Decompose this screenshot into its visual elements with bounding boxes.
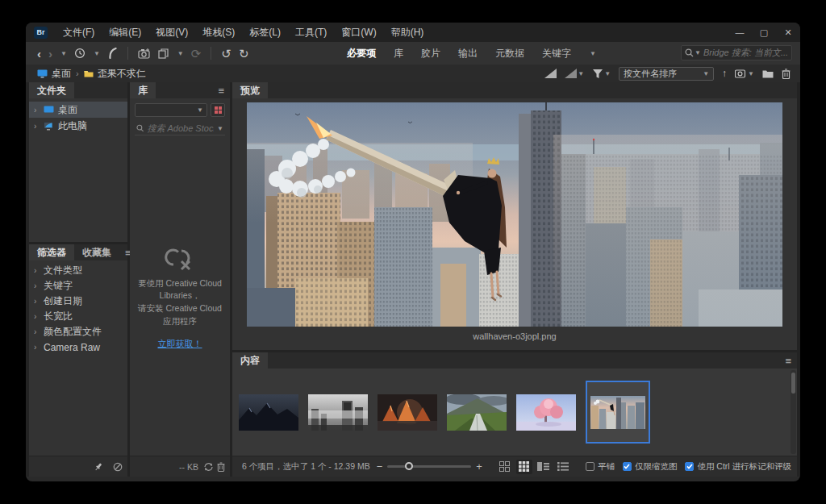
copy-icon[interactable]: [158, 48, 169, 59]
tree-item-this-pc[interactable]: › 此电脑: [29, 118, 127, 134]
back-icon[interactable]: ‹: [37, 48, 41, 60]
tab-content[interactable]: 内容: [232, 352, 268, 369]
checkbox-tile[interactable]: 平铺: [586, 461, 615, 473]
tab-preview[interactable]: 预览: [232, 82, 268, 98]
tree-item-desktop[interactable]: › 桌面: [29, 102, 127, 118]
filter-star-icon[interactable]: ▼: [592, 69, 611, 79]
menu-file[interactable]: 文件(F): [56, 23, 102, 42]
camera-import-icon[interactable]: [138, 48, 151, 59]
tab-metadata[interactable]: 元数据: [495, 47, 524, 60]
sync-status-icon[interactable]: [200, 462, 217, 472]
lock-thumbnail-grid-button[interactable]: [497, 460, 513, 474]
chevron-down-icon[interactable]: ▼: [177, 50, 184, 57]
checkbox-thumbnail-only[interactable]: 仅限缩览图: [623, 461, 678, 473]
search-input[interactable]: ▼ Bridge 搜索: 当前文...: [681, 45, 792, 60]
recent-files-icon[interactable]: [74, 48, 86, 59]
filter-item-keywords[interactable]: ›关键字: [29, 278, 127, 294]
zoom-in-icon[interactable]: +: [476, 460, 482, 473]
keep-filter-pin-icon[interactable]: [89, 462, 108, 472]
slider-thumb[interactable]: [405, 462, 413, 470]
tab-filmstrip[interactable]: 胶片: [421, 47, 440, 60]
chevron-right-icon[interactable]: ›: [34, 122, 40, 131]
checkbox-label: 仅限缩览图: [635, 461, 678, 473]
refresh-icon[interactable]: ⟳: [191, 48, 202, 60]
stock-search-input[interactable]: 搜索 Adobe Stock ▼: [135, 122, 225, 135]
rating-ramp-icon[interactable]: [544, 69, 557, 78]
zoom-out-icon[interactable]: −: [377, 460, 383, 473]
workspace-tabs: 必要项 库 胶片 输出 元数据 关键字 ▼: [347, 42, 596, 65]
checkbox-ctrl-rating[interactable]: 使用 Ctrl 进行标记和评级: [685, 461, 791, 473]
chevron-down-icon: ▼: [197, 106, 203, 114]
search-icon: [136, 124, 144, 132]
tab-folders[interactable]: 文件夹: [29, 82, 74, 98]
search-icon: [685, 48, 694, 57]
clear-filter-icon[interactable]: [108, 462, 127, 472]
chevron-down-icon[interactable]: ▼: [94, 50, 100, 57]
menu-view[interactable]: 视图(V): [148, 23, 195, 42]
panel-menu-icon[interactable]: ≡: [212, 82, 230, 98]
tab-essentials[interactable]: 必要项: [347, 47, 376, 60]
delete-library-icon[interactable]: [217, 462, 230, 472]
filter-item-camera-raw[interactable]: ›Camera Raw: [29, 339, 127, 355]
desktop-icon: [37, 69, 48, 78]
bridge-logo-icon: Br: [34, 27, 48, 39]
menu-help[interactable]: 帮助(H): [384, 23, 432, 42]
get-creative-cloud-link[interactable]: 立即获取！: [158, 338, 202, 350]
rotate-right-icon[interactable]: ↻: [239, 48, 249, 60]
breadcrumb-current-folder[interactable]: 歪果不求仁: [84, 67, 146, 81]
menu-stacks[interactable]: 堆栈(S): [195, 23, 242, 42]
menu-window[interactable]: 窗口(W): [334, 23, 383, 42]
tab-collections[interactable]: 收藏集: [74, 244, 119, 260]
boomerang-icon[interactable]: [107, 48, 118, 59]
filter-item-date-created[interactable]: ›创建日期: [29, 294, 127, 309]
breadcrumb: 桌面 › 歪果不求仁: [37, 67, 146, 81]
tab-filter[interactable]: 筛选器: [29, 244, 74, 260]
thumbnail-size-slider[interactable]: [387, 465, 471, 468]
tab-libraries-panel[interactable]: 库: [130, 82, 156, 98]
filter-item-file-type[interactable]: ›文件类型: [29, 263, 127, 278]
tab-keywords[interactable]: 关键字: [542, 47, 571, 60]
panel-menu-icon[interactable]: ≡: [779, 352, 797, 369]
thumbnail-monochrome-city[interactable]: [308, 394, 368, 431]
chevron-down-icon: ▼: [695, 49, 701, 56]
chevron-down-icon[interactable]: ▼: [60, 50, 67, 57]
minimize-button[interactable]: —: [728, 23, 752, 42]
camera-raw-icon[interactable]: ▼: [735, 69, 754, 78]
thumbnail-pink-tree[interactable]: [516, 394, 576, 431]
list-view-button[interactable]: [555, 460, 571, 474]
maximize-button[interactable]: ▢: [752, 23, 776, 42]
thumbnail-city-flight-selected[interactable]: [586, 381, 650, 444]
breadcrumb-desktop[interactable]: 桌面: [37, 67, 71, 81]
stock-search-placeholder: 搜索 Adobe Stock: [147, 123, 214, 135]
thumbnail-orange-peaks[interactable]: [378, 394, 437, 431]
chevron-right-icon[interactable]: ›: [34, 106, 40, 115]
preview-image[interactable]: [247, 102, 782, 327]
new-folder-icon[interactable]: [762, 69, 774, 78]
grid-view-button[interactable]: [516, 460, 532, 474]
forward-icon[interactable]: ›: [48, 48, 52, 60]
sort-ascending-icon[interactable]: ↑: [722, 69, 727, 78]
thumbnail-mountain-road[interactable]: [447, 394, 507, 431]
content-scrollbar[interactable]: [791, 370, 796, 454]
thumbnail-dark-mountains[interactable]: [239, 394, 298, 431]
close-button[interactable]: ✕: [776, 23, 800, 42]
title-bar: Br 文件(F) 编辑(E) 视图(V) 堆栈(S) 标签(L) 工具(T) 窗…: [26, 23, 800, 42]
menu-label[interactable]: 标签(L): [242, 23, 288, 42]
delete-item-icon[interactable]: [782, 69, 791, 79]
tab-output[interactable]: 输出: [458, 47, 478, 60]
rating-ramp-menu-icon[interactable]: ▼: [565, 69, 584, 78]
library-grid-view-button[interactable]: [211, 103, 225, 117]
library-select[interactable]: ▼: [135, 103, 207, 117]
creative-cloud-disconnected-icon: [162, 242, 198, 274]
tab-libraries[interactable]: 库: [394, 47, 403, 60]
computer-icon: [44, 122, 54, 131]
chevron-down-icon[interactable]: ▼: [590, 50, 596, 57]
chevron-down-icon: ▼: [217, 125, 223, 132]
filter-item-aspect-ratio[interactable]: ›长宽比: [29, 309, 127, 324]
details-view-button[interactable]: [536, 460, 552, 474]
menu-edit[interactable]: 编辑(E): [102, 23, 148, 42]
filter-item-color-profile[interactable]: ›颜色配置文件: [29, 324, 127, 339]
sort-order-select[interactable]: 按文件名排序 ▼: [619, 67, 714, 81]
rotate-left-icon[interactable]: ↺: [221, 48, 232, 60]
menu-tools[interactable]: 工具(T): [288, 23, 334, 42]
